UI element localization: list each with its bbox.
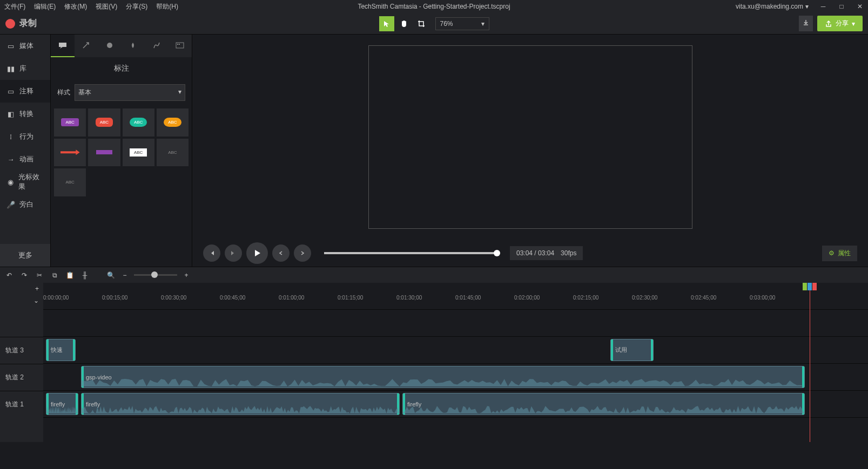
- clip-label: 快速: [51, 346, 63, 354]
- paste-button[interactable]: 📋: [65, 270, 75, 280]
- prev-frame-button[interactable]: [203, 244, 220, 262]
- track-2-header[interactable]: 轨道 2: [0, 364, 43, 391]
- clip-label: 试用: [615, 346, 627, 354]
- minimize-button[interactable]: ─: [819, 3, 827, 10]
- ruler-tick: 0:03:00;00: [750, 295, 775, 301]
- select-tool[interactable]: [379, 16, 394, 31]
- close-button[interactable]: ✕: [856, 3, 864, 10]
- library-icon: ▮▮: [6, 64, 15, 73]
- menubar: 文件(F) 编辑(E) 修改(M) 视图(V) 分享(S) 帮助(H) Tech…: [0, 0, 868, 13]
- properties-button[interactable]: ⚙ 属性: [822, 246, 857, 261]
- timeline-clip[interactable]: firefly: [46, 393, 78, 415]
- mic-icon: 🎤: [6, 200, 15, 209]
- record-button[interactable]: 录制: [5, 18, 37, 29]
- tab-blur[interactable]: [122, 35, 145, 57]
- crop-tool[interactable]: [414, 16, 429, 31]
- share-button[interactable]: 分享 ▾: [817, 16, 863, 31]
- split-button[interactable]: ╫: [80, 270, 90, 280]
- cut-button[interactable]: ✂: [35, 270, 44, 280]
- redo-button[interactable]: ↷: [19, 270, 29, 280]
- user-account[interactable]: vita.xu@makeding.com ▾: [736, 3, 809, 10]
- zoom-out-button[interactable]: −: [120, 270, 130, 280]
- share-icon: [825, 20, 832, 28]
- sidebar-library[interactable]: ▮▮库: [0, 57, 50, 80]
- playhead-marker[interactable]: [803, 283, 817, 290]
- annotation-preset-6[interactable]: [88, 139, 120, 167]
- timeline-clip[interactable]: 试用: [610, 339, 654, 361]
- tab-sketch[interactable]: [145, 35, 169, 57]
- menu-file[interactable]: 文件(F): [4, 2, 25, 11]
- sidebar-behaviors[interactable]: ⁞行为: [0, 125, 50, 148]
- annotation-preset-7[interactable]: ABC: [123, 139, 154, 167]
- timeline-clip[interactable]: 快速: [46, 339, 76, 361]
- tab-arrow[interactable]: [75, 35, 98, 57]
- sidebar-transitions[interactable]: ◧转换: [0, 103, 50, 125]
- tab-callout[interactable]: [51, 35, 75, 57]
- progress-thumb[interactable]: [494, 250, 500, 256]
- annotation-preset-2[interactable]: ABC: [88, 108, 120, 137]
- annotation-icon: ▭: [6, 87, 15, 96]
- annotation-preset-5[interactable]: [54, 139, 86, 167]
- toolbar: 录制 76% ▾ 分享 ▾: [0, 13, 868, 35]
- timeline-clip[interactable]: firefly: [81, 393, 400, 415]
- annotation-preset-1[interactable]: ABC: [54, 108, 86, 137]
- copy-button[interactable]: ⧉: [50, 270, 59, 280]
- zoom-slider[interactable]: [134, 274, 177, 276]
- menu-share[interactable]: 分享(S): [126, 2, 147, 11]
- timeline-clip[interactable]: gsp-video: [81, 366, 805, 388]
- sidebar-media[interactable]: ▭媒体: [0, 35, 50, 57]
- ruler-tick: 0:02:00;00: [514, 295, 540, 301]
- zoom-fit-button[interactable]: 🔍: [106, 270, 116, 280]
- zoom-select[interactable]: 76% ▾: [435, 17, 489, 30]
- menu-help[interactable]: 帮助(H): [156, 2, 178, 11]
- next-marker-button[interactable]: [294, 244, 311, 262]
- ruler-tick: 0:00:30;00: [161, 295, 186, 301]
- annotation-preset-8[interactable]: ABC: [157, 139, 189, 167]
- timeline-tracks[interactable]: 0:03:04;09 0:00:00;000:00:15;000:00:30;0…: [43, 283, 868, 442]
- hand-tool[interactable]: [396, 16, 412, 31]
- annotation-preset-4[interactable]: ABC: [157, 108, 189, 137]
- track-1-header[interactable]: 轨道 1: [0, 391, 43, 418]
- annotations-panel: 标注 样式 基本 ▾ ABC ABC ABC ABC ABC ABC ABC: [51, 35, 192, 267]
- timeline-clip[interactable]: firefly: [402, 393, 805, 415]
- canvas-area: 03:04 / 03:04 30fps ⚙ 属性: [192, 35, 868, 267]
- annotation-grid: ABC ABC ABC ABC ABC ABC ABC: [51, 105, 192, 200]
- annotation-preset-9[interactable]: ABC: [54, 168, 86, 196]
- add-track-button[interactable]: +: [35, 285, 39, 293]
- track-empty[interactable]: [43, 310, 868, 337]
- download-button[interactable]: [799, 16, 813, 31]
- sidebar-animations[interactable]: →动画: [0, 148, 50, 171]
- track-2[interactable]: gsp-video: [43, 364, 868, 391]
- sidebar-cursor[interactable]: ◉光标效果: [0, 171, 50, 193]
- track-1[interactable]: fireflyfireflyfirefly: [43, 391, 868, 418]
- track-3-header[interactable]: 轨道 3: [0, 337, 43, 364]
- menu-edit[interactable]: 编辑(E): [34, 2, 56, 11]
- ruler-tick: 0:00:00;00: [43, 295, 69, 301]
- undo-button[interactable]: ↶: [4, 270, 14, 280]
- tab-keystroke[interactable]: [169, 35, 192, 57]
- maximize-button[interactable]: □: [838, 3, 845, 10]
- cursor-icon: ◉: [6, 178, 14, 186]
- play-button[interactable]: [246, 242, 268, 264]
- collapse-tracks-button[interactable]: ⌄: [33, 297, 39, 304]
- style-select[interactable]: 基本 ▾: [75, 84, 185, 101]
- annotation-preset-3[interactable]: ABC: [123, 108, 154, 137]
- next-frame-button[interactable]: [225, 244, 242, 262]
- prev-marker-button[interactable]: [272, 244, 290, 262]
- tab-shape[interactable]: [98, 35, 122, 57]
- menu-view[interactable]: 视图(V): [96, 2, 117, 11]
- sidebar-voice[interactable]: 🎤旁白: [0, 193, 50, 216]
- timeline-ruler[interactable]: 0:00:00;000:00:15;000:00:30;000:00:45;00…: [43, 283, 868, 310]
- track-3[interactable]: 快速试用: [43, 337, 868, 364]
- playhead-line[interactable]: [810, 283, 810, 442]
- sidebar-more[interactable]: 更多: [0, 244, 50, 267]
- progress-bar[interactable]: [324, 252, 497, 254]
- sidebar-annotations[interactable]: ▭注释: [0, 80, 50, 103]
- canvas-frame[interactable]: [368, 45, 692, 229]
- app-title: TechSmith Camtasia - Getting-Started-Pro…: [358, 3, 510, 10]
- chevron-down-icon: ▾: [805, 3, 809, 10]
- menu-modify[interactable]: 修改(M): [64, 2, 87, 11]
- zoom-in-button[interactable]: +: [181, 270, 191, 280]
- canvas[interactable]: [192, 35, 868, 240]
- svg-point-1: [107, 43, 112, 48]
